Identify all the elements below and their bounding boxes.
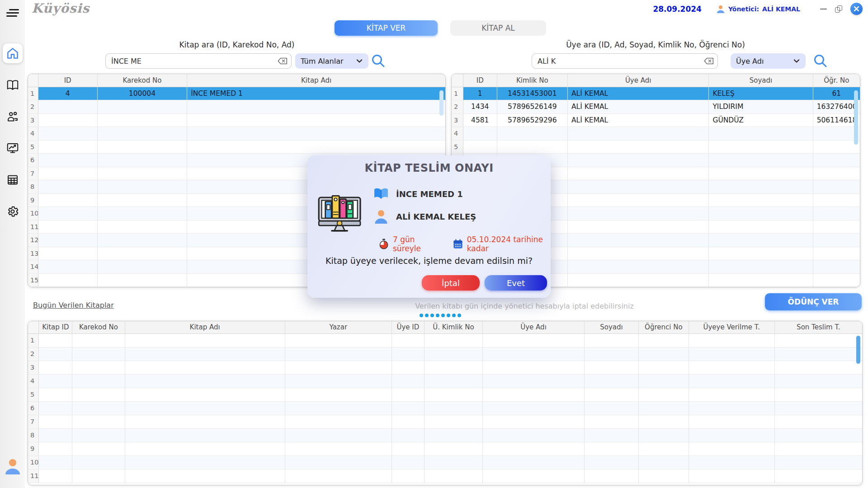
- table-cell[interactable]: ALİ KEMAL: [567, 87, 708, 100]
- table-cell[interactable]: [567, 220, 708, 234]
- table-cell[interactable]: [392, 415, 424, 428]
- table-cell[interactable]: [38, 234, 97, 247]
- table-cell[interactable]: [97, 154, 187, 167]
- table-cell[interactable]: [709, 140, 813, 154]
- table-cell[interactable]: [285, 428, 392, 442]
- table-cell[interactable]: [97, 167, 187, 180]
- table-cell[interactable]: [97, 193, 187, 207]
- column-header[interactable]: Karekod No: [72, 321, 125, 333]
- table-cell[interactable]: [567, 193, 708, 207]
- table-cell[interactable]: [285, 388, 392, 401]
- table-cell[interactable]: [689, 361, 774, 374]
- table-cell[interactable]: [639, 374, 689, 388]
- column-header[interactable]: Kitap Adı: [125, 321, 285, 333]
- table-cell[interactable]: [72, 428, 125, 442]
- tab-kitap-al[interactable]: KİTAP AL: [450, 20, 546, 36]
- table-cell[interactable]: [813, 207, 860, 221]
- table-cell[interactable]: [424, 361, 482, 374]
- table-cell[interactable]: [813, 260, 860, 274]
- table-cell[interactable]: [97, 127, 187, 141]
- column-header[interactable]: ID: [38, 74, 97, 87]
- table-cell[interactable]: [567, 154, 708, 167]
- table-cell[interactable]: [39, 428, 72, 442]
- table-cell[interactable]: [424, 415, 482, 428]
- close-button[interactable]: [850, 3, 863, 15]
- table-cell[interactable]: [125, 469, 285, 483]
- table-cell[interactable]: [125, 388, 285, 401]
- table-cell[interactable]: ALİ KEMAL: [567, 100, 708, 114]
- column-header[interactable]: Öğrenci No: [639, 321, 689, 333]
- table-cell[interactable]: [813, 220, 860, 234]
- column-header[interactable]: Karekod No: [97, 74, 187, 87]
- table-cell[interactable]: [567, 234, 708, 247]
- table-cell[interactable]: [689, 469, 774, 483]
- table-cell[interactable]: [392, 374, 424, 388]
- table-cell[interactable]: [125, 415, 285, 428]
- table-cell[interactable]: [39, 333, 72, 347]
- table-cell[interactable]: [483, 455, 585, 469]
- table-cell[interactable]: [483, 428, 585, 442]
- table-cell[interactable]: [285, 415, 392, 428]
- table-row[interactable]: 5: [452, 140, 860, 154]
- table-cell[interactable]: [39, 442, 72, 455]
- table-row[interactable]: 6: [28, 401, 862, 415]
- table-cell[interactable]: 57896526149: [497, 100, 567, 114]
- table-cell[interactable]: [97, 220, 187, 234]
- table-cell[interactable]: [483, 333, 585, 347]
- table-cell[interactable]: [709, 180, 813, 194]
- table-cell[interactable]: [689, 388, 774, 401]
- table-row[interactable]: 4: [452, 127, 860, 141]
- table-cell[interactable]: [125, 442, 285, 455]
- table-cell[interactable]: [38, 273, 97, 287]
- table-cell[interactable]: [424, 428, 482, 442]
- table-cell[interactable]: [709, 260, 813, 274]
- table-row[interactable]: 3458157896529296ALİ KEMALGÜNDÜZ506114618: [452, 113, 860, 127]
- table-cell[interactable]: [39, 455, 72, 469]
- cancel-button[interactable]: İptal: [422, 275, 480, 291]
- table-row[interactable]: 4: [28, 127, 445, 141]
- table-cell[interactable]: [813, 273, 860, 287]
- clear-input-icon[interactable]: [704, 57, 714, 65]
- table-cell[interactable]: [813, 247, 860, 260]
- restore-button[interactable]: [835, 5, 842, 13]
- table-cell[interactable]: [567, 273, 708, 287]
- table-cell[interactable]: [774, 361, 862, 374]
- sidebar-item-settings[interactable]: [3, 202, 23, 221]
- table-cell[interactable]: [813, 140, 860, 154]
- member-filter-dropdown[interactable]: Üye Adı: [731, 53, 806, 69]
- table-cell[interactable]: [392, 388, 424, 401]
- table-row[interactable]: 2: [28, 100, 445, 114]
- table-cell[interactable]: [187, 127, 445, 141]
- table-cell[interactable]: [689, 374, 774, 388]
- table-cell[interactable]: [424, 455, 482, 469]
- table-cell[interactable]: [567, 167, 708, 180]
- table-cell[interactable]: [709, 154, 813, 167]
- table-cell[interactable]: [709, 127, 813, 141]
- tab-kitap-ver[interactable]: KİTAP VER: [335, 20, 438, 36]
- member-table-scrollbar[interactable]: [854, 90, 858, 145]
- table-cell[interactable]: [187, 113, 445, 127]
- table-cell[interactable]: [567, 127, 708, 141]
- book-filter-dropdown[interactable]: Tüm Alanlar: [295, 53, 368, 69]
- table-cell[interactable]: [39, 347, 72, 361]
- sidebar-user-avatar[interactable]: [4, 457, 22, 475]
- table-cell[interactable]: [585, 361, 639, 374]
- table-row[interactable]: 4: [28, 374, 862, 388]
- table-cell[interactable]: [585, 442, 639, 455]
- table-cell[interactable]: YILDIRIM: [709, 100, 813, 114]
- table-cell[interactable]: [709, 220, 813, 234]
- column-header[interactable]: Öğr. No: [813, 74, 860, 87]
- table-cell[interactable]: [483, 388, 585, 401]
- column-header[interactable]: Üyeye Verilme T.: [689, 321, 774, 333]
- table-cell[interactable]: [639, 388, 689, 401]
- table-cell[interactable]: [585, 415, 639, 428]
- table-cell[interactable]: [38, 180, 97, 194]
- table-cell[interactable]: [424, 347, 482, 361]
- book-table-scrollbar[interactable]: [439, 90, 443, 116]
- table-cell[interactable]: 61: [813, 87, 860, 100]
- table-cell[interactable]: [392, 361, 424, 374]
- table-cell[interactable]: [497, 127, 567, 141]
- table-cell[interactable]: [72, 361, 125, 374]
- table-row[interactable]: 11: [28, 469, 862, 483]
- table-cell[interactable]: [689, 428, 774, 442]
